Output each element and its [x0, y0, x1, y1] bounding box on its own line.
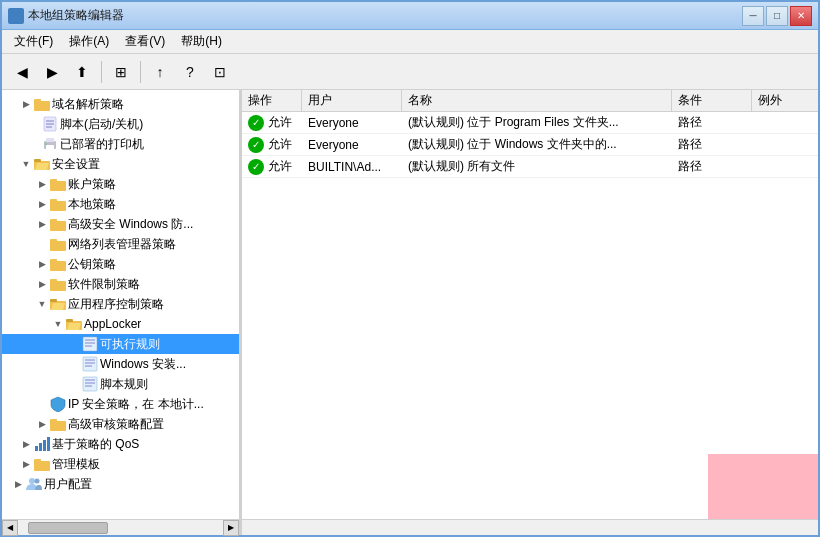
tree-item-qos[interactable]: ▶ 基于策略的 QoS — [2, 434, 239, 454]
tree-item-applocker[interactable]: ▼ AppLocker — [2, 314, 239, 334]
detail-table: ✓ 允许 Everyone (默认规则) 位于 Program Files 文件… — [242, 112, 818, 316]
pink-corner-area — [708, 454, 818, 519]
svg-rect-18 — [50, 219, 57, 223]
cell-name-2: (默认规则) 位于 Windows 文件夹中的... — [402, 134, 672, 155]
toggle-software[interactable]: ▶ — [34, 274, 50, 294]
toggle-local[interactable]: ▶ — [34, 194, 50, 214]
svg-rect-11 — [34, 159, 41, 162]
list-icon — [82, 336, 98, 352]
detail-row[interactable]: ✓ 允许 Everyone (默认规则) 位于 Windows 文件夹中的...… — [242, 134, 818, 156]
help-button[interactable]: ? — [176, 58, 204, 86]
show-tree-button[interactable]: ⊞ — [107, 58, 135, 86]
svg-point-51 — [29, 478, 35, 484]
scroll-right-arrow[interactable]: ▶ — [223, 520, 239, 536]
toggle-security[interactable]: ▼ — [18, 154, 34, 174]
tree-item-script-rules[interactable]: 脚本规则 — [2, 374, 239, 394]
list-icon-2 — [82, 356, 98, 372]
tree-item-applocker-parent[interactable]: ▼ 应用程序控制策略 — [2, 294, 239, 314]
toggle-startup — [26, 114, 42, 134]
col-header-user[interactable]: 用户 — [302, 90, 402, 111]
folder-icon-2 — [50, 176, 66, 192]
toggle-applocker[interactable]: ▼ — [50, 314, 66, 334]
cell-condition-2: 路径 — [672, 134, 752, 155]
toggle-admin[interactable]: ▶ — [18, 454, 34, 474]
menu-help[interactable]: 帮助(H) — [175, 31, 228, 52]
tree-label-audit: 高级审核策略配置 — [68, 416, 164, 433]
cell-exception-1 — [752, 112, 818, 133]
tree-item-local[interactable]: ▶ 本地策略 — [2, 194, 239, 214]
maximize-button[interactable]: □ — [766, 6, 788, 26]
toggle-dns[interactable]: ▶ — [18, 94, 34, 114]
tree-label-admin: 管理模板 — [52, 456, 100, 473]
toggle-audit[interactable]: ▶ — [34, 414, 50, 434]
tree-item-exe-rules[interactable]: 可执行规则 — [2, 334, 239, 354]
forward-button[interactable]: ▶ — [38, 58, 66, 86]
app-icon — [8, 8, 24, 24]
tree-item-dns[interactable]: ▶ 域名解析策略 — [2, 94, 239, 114]
tree-label-applocker-parent: 应用程序控制策略 — [68, 296, 164, 313]
tree-label-script-rules: 脚本规则 — [100, 376, 148, 393]
tree-item-audit[interactable]: ▶ 高级审核策略配置 — [2, 414, 239, 434]
tree-item-software[interactable]: ▶ 软件限制策略 — [2, 274, 239, 294]
up-button[interactable]: ⬆ — [68, 58, 96, 86]
tree-label-win-installer: Windows 安装... — [100, 356, 186, 373]
col-header-condition[interactable]: 条件 — [672, 90, 752, 111]
tree-item-adv-fw[interactable]: ▶ 高级安全 Windows 防... — [2, 214, 239, 234]
tree-item-printers[interactable]: 已部署的打印机 — [2, 134, 239, 154]
tree-scrollbar-horizontal[interactable]: ◀ ▶ — [2, 519, 242, 535]
cell-exception-3 — [752, 156, 818, 177]
toggle-user-config[interactable]: ▶ — [10, 474, 26, 494]
minimize-button[interactable]: ─ — [742, 6, 764, 26]
properties-icon: ⊡ — [214, 64, 226, 80]
toggle-qos[interactable]: ▶ — [18, 434, 34, 454]
svg-rect-9 — [45, 143, 47, 145]
detail-row[interactable]: ✓ 允许 Everyone (默认规则) 位于 Program Files 文件… — [242, 112, 818, 134]
forward-icon: ▶ — [47, 64, 58, 80]
detail-row[interactable]: ✓ 允许 BUILTIN\Ad... (默认规则) 所有文件 路径 — [242, 156, 818, 178]
tree-label-dns: 域名解析策略 — [52, 96, 124, 113]
tree-item-account[interactable]: ▶ 账户策略 — [2, 174, 239, 194]
tree-item-security[interactable]: ▼ 安全设置 — [2, 154, 239, 174]
toolbar-separator-1 — [101, 61, 102, 83]
svg-rect-47 — [43, 440, 46, 451]
folder-icon — [34, 96, 50, 112]
tree-pane[interactable]: ▶ 域名解析策略 脚本(启动/关机) — [2, 90, 242, 519]
toggle-account[interactable]: ▶ — [34, 174, 50, 194]
col-header-action[interactable]: 操作 — [242, 90, 302, 111]
main-content: ▶ 域名解析策略 脚本(启动/关机) — [2, 90, 818, 519]
folder-icon-8 — [50, 416, 66, 432]
svg-rect-46 — [39, 443, 42, 451]
properties-button[interactable]: ⊡ — [206, 58, 234, 86]
bottom-area: ◀ ▶ — [2, 519, 818, 535]
folder-icon-4 — [50, 216, 66, 232]
tree-item-user-config[interactable]: ▶ 用户配置 — [2, 474, 239, 494]
tree-label-exe-rules: 可执行规则 — [100, 336, 160, 353]
toggle-pubkey[interactable]: ▶ — [34, 254, 50, 274]
scrollbar-thumb-h[interactable] — [28, 522, 108, 534]
toggle-applocker-parent[interactable]: ▼ — [34, 294, 50, 314]
menu-action[interactable]: 操作(A) — [63, 31, 115, 52]
window-controls: ─ □ ✕ — [742, 6, 812, 26]
tree-item-startup[interactable]: 脚本(启动/关机) — [2, 114, 239, 134]
close-button[interactable]: ✕ — [790, 6, 812, 26]
toggle-adv-fw[interactable]: ▶ — [34, 214, 50, 234]
users-icon — [26, 476, 42, 492]
tree-label-local: 本地策略 — [68, 196, 116, 213]
tree-label-qos: 基于策略的 QoS — [52, 436, 139, 453]
tree-item-admin[interactable]: ▶ 管理模板 — [2, 454, 239, 474]
col-header-exception[interactable]: 例外 — [752, 90, 818, 111]
export-button[interactable]: ↑ — [146, 58, 174, 86]
cell-name-3: (默认规则) 所有文件 — [402, 156, 672, 177]
menu-view[interactable]: 查看(V) — [119, 31, 171, 52]
back-button[interactable]: ◀ — [8, 58, 36, 86]
scroll-left-arrow[interactable]: ◀ — [2, 520, 18, 536]
tree-item-network[interactable]: 网络列表管理器策略 — [2, 234, 239, 254]
menu-file[interactable]: 文件(F) — [8, 31, 59, 52]
col-header-name[interactable]: 名称 — [402, 90, 672, 111]
tree-item-ip-security[interactable]: IP 安全策略，在 本地计... — [2, 394, 239, 414]
toggle-win-installer — [66, 354, 82, 374]
cell-action-2: ✓ 允许 — [242, 134, 302, 155]
toggle-printers — [26, 134, 42, 154]
tree-item-pubkey[interactable]: ▶ 公钥策略 — [2, 254, 239, 274]
tree-item-win-installer[interactable]: Windows 安装... — [2, 354, 239, 374]
